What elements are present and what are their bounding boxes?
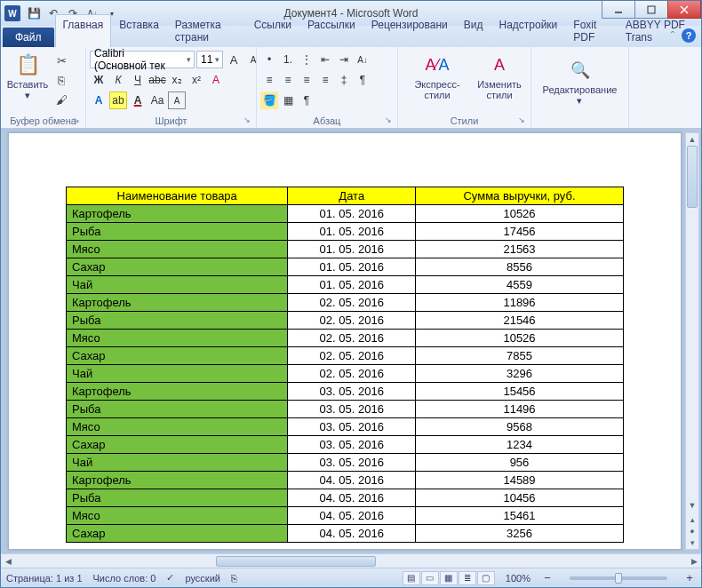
table-cell[interactable]: 10526 xyxy=(416,205,624,223)
data-table[interactable]: Наименование товараДатаСумма выручки, ру… xyxy=(66,187,624,543)
table-cell[interactable]: 17456 xyxy=(416,223,624,241)
zoom-slider[interactable] xyxy=(570,576,667,580)
scroll-left-icon[interactable]: ◀ xyxy=(2,555,14,568)
scroll-thumb[interactable] xyxy=(687,146,698,208)
table-row[interactable]: Картофель02. 05. 201611896 xyxy=(67,294,624,312)
table-row[interactable]: Картофель01. 05. 201610526 xyxy=(67,205,624,223)
table-row[interactable]: Рыба04. 05. 201610456 xyxy=(67,489,624,507)
table-row[interactable]: Мясо03. 05. 20169568 xyxy=(67,418,624,436)
table-cell[interactable]: 11496 xyxy=(416,401,624,418)
table-row[interactable]: Чай03. 05. 2016956 xyxy=(67,454,624,472)
align-right-icon[interactable]: ≡ xyxy=(298,71,315,89)
tab-ссылки[interactable]: Ссылки xyxy=(246,14,299,47)
table-cell[interactable]: Мясо xyxy=(67,241,288,258)
proofing-icon[interactable]: ✓ xyxy=(166,572,174,584)
table-cell[interactable]: 15456 xyxy=(416,383,624,401)
table-cell[interactable]: Рыба xyxy=(67,223,288,241)
tab-рассылки[interactable]: Рассылки xyxy=(299,14,363,47)
table-cell[interactable]: 3256 xyxy=(416,525,624,543)
minimize-ribbon-icon[interactable]: ˆ xyxy=(671,29,674,43)
table-row[interactable]: Картофель03. 05. 201615456 xyxy=(67,383,624,401)
table-cell[interactable]: 03. 05. 2016 xyxy=(288,454,416,472)
dialog-launcher-icon[interactable]: ↘ xyxy=(383,115,394,126)
table-row[interactable]: Мясо01. 05. 201621563 xyxy=(67,241,624,258)
view-draft-icon[interactable]: ▢ xyxy=(477,571,495,585)
table-header[interactable]: Дата xyxy=(288,187,416,205)
tab-вид[interactable]: Вид xyxy=(456,14,491,47)
borders-icon[interactable]: ▦ xyxy=(279,91,297,109)
zoom-level[interactable]: 100% xyxy=(506,573,530,584)
tab-вставка[interactable]: Вставка xyxy=(111,14,167,47)
table-cell[interactable]: 3296 xyxy=(416,365,624,383)
dialog-launcher-icon[interactable]: ↘ xyxy=(516,115,527,126)
table-row[interactable]: Мясо02. 05. 201610526 xyxy=(67,330,624,347)
word-count[interactable]: Число слов: 0 xyxy=(93,573,156,584)
table-row[interactable]: Сахар04. 05. 20163256 xyxy=(67,525,624,543)
table-cell[interactable]: 14589 xyxy=(416,472,624,489)
table-cell[interactable]: 21563 xyxy=(416,241,624,258)
table-cell[interactable]: 15461 xyxy=(416,507,624,525)
table-cell[interactable]: 4559 xyxy=(416,276,624,294)
table-header[interactable]: Сумма выручки, руб. xyxy=(416,187,624,205)
align-justify-icon[interactable]: ≡ xyxy=(316,71,334,89)
table-cell[interactable]: 10456 xyxy=(416,489,624,507)
change-styles-button[interactable]: A Изменить стили xyxy=(473,49,526,100)
table-cell[interactable]: Рыба xyxy=(67,489,288,507)
scroll-down-icon[interactable]: ▼ xyxy=(686,499,698,512)
underline-button[interactable]: Ч xyxy=(129,71,147,89)
table-cell[interactable]: 956 xyxy=(416,454,624,472)
table-row[interactable]: Сахар03. 05. 20161234 xyxy=(67,436,624,454)
save-icon[interactable]: 💾 xyxy=(26,5,42,21)
table-cell[interactable]: Сахар xyxy=(67,347,288,365)
table-cell[interactable]: 04. 05. 2016 xyxy=(288,489,416,507)
tab-рецензировани[interactable]: Рецензировани xyxy=(363,14,456,47)
format-painter-icon[interactable]: 🖌 xyxy=(52,91,70,107)
table-row[interactable]: Рыба01. 05. 201617456 xyxy=(67,223,624,241)
font-size-combo[interactable]: 11 xyxy=(196,51,223,68)
file-tab[interactable]: Файл xyxy=(3,28,54,47)
table-cell[interactable]: Рыба xyxy=(67,312,288,330)
font-name-combo[interactable]: Calibri (Основной тек xyxy=(90,51,195,68)
table-cell[interactable]: Мясо xyxy=(67,507,288,525)
scroll-up-icon[interactable]: ▲ xyxy=(686,133,698,146)
table-cell[interactable]: 02. 05. 2016 xyxy=(288,365,416,383)
view-outline-icon[interactable]: ≣ xyxy=(459,571,476,585)
char-border-icon[interactable]: A xyxy=(168,91,186,109)
subscript-button[interactable]: x₂ xyxy=(168,71,186,89)
sort-para-icon[interactable]: A↓ xyxy=(354,51,371,68)
zoom-in-button[interactable]: + xyxy=(683,571,696,584)
table-cell[interactable]: Сахар xyxy=(67,258,288,276)
page-viewport[interactable]: Наименование товараДатаСумма выручки, ру… xyxy=(8,132,682,550)
zoom-out-button[interactable]: − xyxy=(541,571,554,584)
table-cell[interactable]: 01. 05. 2016 xyxy=(288,276,416,294)
table-cell[interactable]: Сахар xyxy=(67,525,288,543)
table-cell[interactable]: 04. 05. 2016 xyxy=(288,507,416,525)
line-spacing-icon[interactable]: ‡ xyxy=(335,71,353,89)
table-cell[interactable]: Чай xyxy=(67,454,288,472)
view-print-icon[interactable]: ▤ xyxy=(403,571,420,585)
italic-button[interactable]: К xyxy=(109,71,127,89)
table-row[interactable]: Сахар01. 05. 20168556 xyxy=(67,258,624,276)
view-read-icon[interactable]: ▭ xyxy=(421,571,439,585)
shading-icon[interactable]: 🪣 xyxy=(260,91,278,109)
bullets-icon[interactable]: • xyxy=(260,51,278,68)
pilcrow-icon[interactable]: ¶ xyxy=(298,91,315,109)
table-cell[interactable]: Чай xyxy=(67,276,288,294)
table-cell[interactable]: 21546 xyxy=(416,312,624,330)
tab-разметка-страни[interactable]: Разметка страни xyxy=(167,14,246,47)
numbering-icon[interactable]: 1. xyxy=(279,51,297,68)
text-effects-icon[interactable]: A xyxy=(90,91,108,109)
table-cell[interactable]: 02. 05. 2016 xyxy=(288,330,416,347)
table-cell[interactable]: 03. 05. 2016 xyxy=(288,401,416,418)
table-cell[interactable]: Чай xyxy=(67,365,288,383)
table-cell[interactable]: 03. 05. 2016 xyxy=(288,418,416,436)
tab-надстройки[interactable]: Надстройки xyxy=(491,14,565,47)
table-row[interactable]: Чай01. 05. 20164559 xyxy=(67,276,624,294)
language-status[interactable]: русский xyxy=(185,573,219,584)
clear-format-icon[interactable]: A xyxy=(207,71,225,89)
table-cell[interactable]: 1234 xyxy=(416,436,624,454)
table-cell[interactable]: 10526 xyxy=(416,330,624,347)
table-row[interactable]: Рыба02. 05. 201621546 xyxy=(67,312,624,330)
tab-главная[interactable]: Главная xyxy=(55,14,112,47)
table-cell[interactable]: Картофель xyxy=(67,383,288,401)
